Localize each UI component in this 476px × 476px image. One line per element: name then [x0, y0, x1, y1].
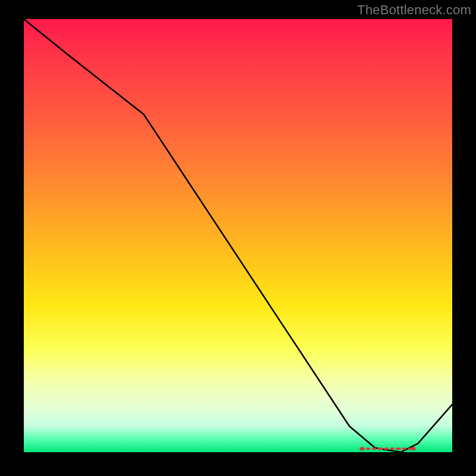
chart-frame: TheBottleneck.com	[0, 0, 476, 476]
attribution-label: TheBottleneck.com	[357, 2, 471, 18]
svg-point-9	[361, 447, 364, 450]
bottleneck-line	[24, 19, 452, 452]
svg-point-10	[412, 447, 415, 450]
chart-svg	[24, 19, 452, 452]
plot-area	[24, 19, 452, 452]
